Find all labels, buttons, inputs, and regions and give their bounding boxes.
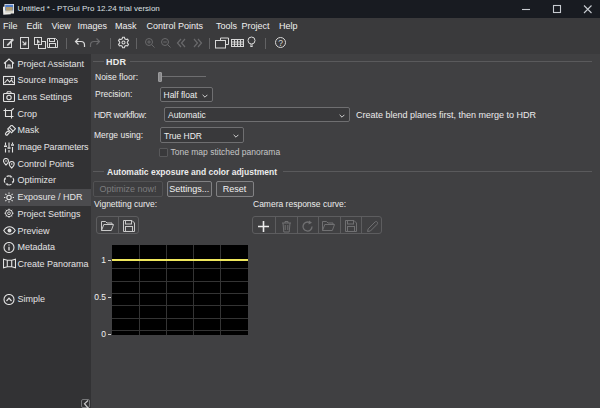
svg-text:?: ? [278, 38, 283, 48]
